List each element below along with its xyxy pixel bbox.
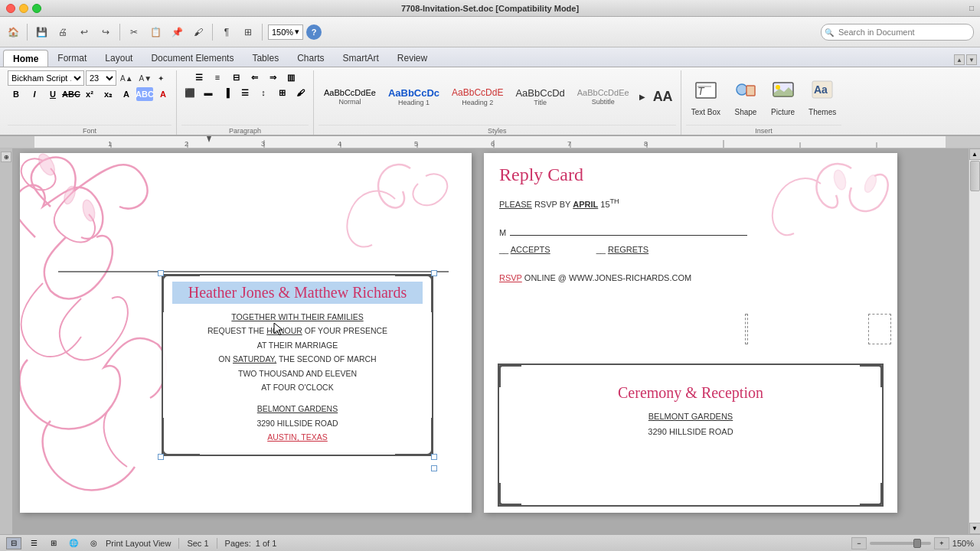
increase-font-size-button[interactable]: A▲ xyxy=(118,70,136,86)
save-button[interactable]: 💾 xyxy=(31,22,51,42)
zoom-in-button[interactable]: + xyxy=(934,537,949,549)
resize-handle-tr[interactable] xyxy=(431,270,437,276)
redo-button[interactable]: ↪ xyxy=(96,22,116,42)
tab-home[interactable]: Home xyxy=(3,50,48,67)
bullet-list-button[interactable]: ☰ xyxy=(191,70,207,84)
maximize-button[interactable] xyxy=(32,4,41,13)
underline-button[interactable]: U xyxy=(44,87,61,101)
align-left-button[interactable]: ⬛ xyxy=(181,86,198,99)
resize-handle-br[interactable] xyxy=(431,454,437,460)
styles-aa-button[interactable]: AA xyxy=(650,74,676,120)
strikethrough-button[interactable]: ABC xyxy=(63,87,80,101)
tab-format[interactable]: Format xyxy=(48,50,96,67)
list-outdent-button[interactable]: ⇒ xyxy=(264,70,281,84)
highlight-button[interactable]: ABC xyxy=(136,87,153,101)
zoom-thumb[interactable] xyxy=(913,539,921,548)
m-line-container: M xyxy=(499,228,882,237)
tab-tables[interactable]: Tables xyxy=(243,50,288,67)
grid-button[interactable]: ⊞ xyxy=(238,22,258,42)
style-heading2[interactable]: AaBbCcDdE Heading 2 xyxy=(446,85,508,108)
view-btn-outline[interactable]: ☰ xyxy=(26,537,41,549)
outline-list-button[interactable]: ⊟ xyxy=(227,70,244,84)
invitation-text-box[interactable]: Heather Jones & Matthew Richards TOGETHE… xyxy=(162,274,433,456)
zoom-value: 150% xyxy=(272,28,293,37)
print-button[interactable]: 🖨 xyxy=(53,22,73,42)
separator4 xyxy=(262,24,263,41)
paste-button[interactable]: 📌 xyxy=(167,22,187,42)
tab-smartart[interactable]: SmartArt xyxy=(333,50,387,67)
expand-ribbon-button[interactable]: ▼ xyxy=(966,54,977,65)
shape-label: Shape xyxy=(735,108,757,116)
view-btn-normal[interactable]: ⊞ xyxy=(46,537,61,549)
italic-button[interactable]: I xyxy=(26,87,43,101)
subscript-button[interactable]: x₂ xyxy=(100,87,116,101)
style-heading1[interactable]: AaBbCcDc Heading 1 xyxy=(383,85,445,109)
text-box-button[interactable]: T Text Box xyxy=(686,71,726,123)
copy-button[interactable]: 📋 xyxy=(145,22,165,42)
text-color-button[interactable]: A xyxy=(155,87,172,101)
styles-more-button[interactable]: ▶ xyxy=(636,71,648,123)
borders-button[interactable]: ⊞ xyxy=(273,86,290,99)
view-btn-focus[interactable]: ◎ xyxy=(86,537,101,549)
decoration-dash-mid xyxy=(745,314,748,344)
picture-button[interactable]: Picture xyxy=(766,71,800,123)
format-painter[interactable]: 🖌 xyxy=(188,22,208,42)
tab-review[interactable]: Review xyxy=(388,50,436,67)
font-size-select[interactable]: 23 xyxy=(86,70,116,86)
shape-button[interactable]: Shape xyxy=(729,71,763,123)
list-indent-button[interactable]: ⇐ xyxy=(246,70,263,84)
decrease-font-size-button[interactable]: A▼ xyxy=(137,70,155,86)
document-scroll[interactable]: Heather Jones & Matthew Richards TOGETHE… xyxy=(12,148,969,534)
font-name-select[interactable]: Bickham Script ... xyxy=(8,70,84,86)
svg-point-34 xyxy=(81,199,97,223)
resize-handle-bl[interactable] xyxy=(158,454,164,460)
collapse-ribbon-button[interactable]: ▲ xyxy=(954,54,965,65)
resize-handle-bm[interactable] xyxy=(431,465,437,471)
scroll-down-button[interactable]: ▼ xyxy=(969,523,981,534)
themes-button[interactable]: Aa Themes xyxy=(803,71,841,123)
undo-button[interactable]: ↩ xyxy=(74,22,94,42)
align-right-button[interactable]: ▐ xyxy=(218,86,235,99)
pages-value: 1 of 1 xyxy=(256,539,277,548)
window-title: 7708-Invitation-Set.doc [Compatibility M… xyxy=(401,4,579,13)
tab-charts[interactable]: Charts xyxy=(288,50,333,67)
close-button[interactable] xyxy=(6,4,15,13)
scrollbar-thumb[interactable] xyxy=(970,161,980,191)
justify-button[interactable]: ☰ xyxy=(237,86,253,99)
clear-format-button[interactable]: ✦ xyxy=(155,70,166,86)
resize-handle-tl[interactable] xyxy=(158,270,164,276)
superscript-button[interactable]: x² xyxy=(81,87,98,101)
left-page: Heather Jones & Matthew Richards TOGETHE… xyxy=(20,153,472,513)
picture-icon xyxy=(772,78,795,106)
number-list-button[interactable]: ≡ xyxy=(209,70,226,84)
shading-button[interactable]: 🖌 xyxy=(292,86,309,99)
scroll-up-button[interactable]: ▲ xyxy=(969,148,981,160)
couple-names-selected[interactable]: Heather Jones & Matthew Richards xyxy=(172,282,423,304)
minimize-button[interactable] xyxy=(19,4,28,13)
view-btn-web[interactable]: 🌐 xyxy=(66,537,81,549)
tab-layout[interactable]: Layout xyxy=(96,50,142,67)
rsvp-date: 15 xyxy=(600,200,609,209)
align-center-button[interactable]: ▬ xyxy=(200,86,217,99)
line-spacing-button[interactable]: ↕ xyxy=(255,86,272,99)
style-h2-preview: AaBbCcDdE xyxy=(452,87,503,98)
cut-button[interactable]: ✂ xyxy=(124,22,144,42)
zoom-out-button[interactable]: − xyxy=(851,537,867,549)
style-subtitle[interactable]: AaBbCcDdEe Subtitle xyxy=(572,86,635,108)
help-button[interactable]: ? xyxy=(306,24,322,40)
style-title[interactable]: AaBbCcDd Title xyxy=(510,85,570,109)
inv-venue-name: BELMONT GARDENS xyxy=(257,404,338,413)
bold-button[interactable]: B xyxy=(8,87,24,101)
pilcrow-button[interactable]: ¶ xyxy=(217,22,237,42)
columns-button[interactable]: ▥ xyxy=(283,70,299,84)
tab-document-elements[interactable]: Document Elements xyxy=(142,50,243,67)
view-options-button[interactable]: ⊕ xyxy=(1,152,11,162)
style-normal[interactable]: AaBbCcDdEe Normal xyxy=(318,86,381,108)
view-btn-layout[interactable]: ⊟ xyxy=(6,537,21,549)
svg-text:5: 5 xyxy=(414,140,418,148)
zoom-dropdown-icon[interactable]: ▾ xyxy=(295,27,299,37)
zoom-box[interactable]: 150% ▾ xyxy=(268,24,303,40)
search-input[interactable] xyxy=(821,24,974,41)
new-button[interactable]: 🏠 xyxy=(3,22,23,42)
font-color-button[interactable]: A xyxy=(118,87,135,101)
